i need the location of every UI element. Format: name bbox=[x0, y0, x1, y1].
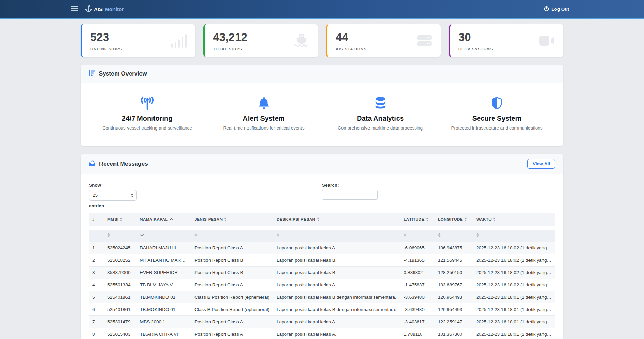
feature-description: Protected infrastructure and communicati… bbox=[445, 125, 548, 131]
stat-value: 43,212 bbox=[213, 31, 247, 44]
cell-jenis-pesan: Position Report Class A bbox=[191, 242, 273, 254]
column-header-longitude[interactable]: LONGITUDE bbox=[434, 213, 473, 228]
sort-icon bbox=[464, 217, 467, 221]
cell-latitude: -4.181365 bbox=[400, 254, 434, 266]
stat-label: TOTAL SHIPS bbox=[213, 47, 247, 51]
chevron-up-icon bbox=[169, 218, 173, 221]
search-input[interactable] bbox=[322, 190, 378, 200]
cell-longitude: 120.954493 bbox=[434, 303, 473, 315]
filter-latitude[interactable] bbox=[400, 228, 434, 242]
envelope-open-icon bbox=[89, 160, 96, 168]
recent-messages-header: Recent Messages View All bbox=[81, 154, 563, 174]
filter-waktu[interactable] bbox=[473, 228, 555, 242]
table-filter-row bbox=[89, 228, 555, 242]
column-label: DESKRIPSI PESAN bbox=[277, 217, 316, 222]
cell-waktu: 2025-12-23 16:18:02 (1 detik yang lalu) bbox=[473, 242, 555, 254]
stat-card-total-ships: 43,212TOTAL SHIPS bbox=[203, 24, 318, 57]
feature-description: Real-time notifications for critical eve… bbox=[212, 125, 315, 131]
column-header-nama-kapal[interactable]: NAMA KAPAL bbox=[136, 213, 191, 228]
column-label: MMSI bbox=[107, 217, 118, 222]
cell-waktu: 2025-12-23 16:18:01 (1 detik yang lalu) bbox=[473, 315, 555, 328]
stat-label: ONLINE SHIPS bbox=[90, 47, 122, 51]
column-label: LATITUDE bbox=[404, 217, 425, 222]
anchor-icon bbox=[85, 5, 92, 13]
show-label: Show bbox=[89, 182, 322, 188]
table-row: 3353379000EVER SUPERIORPosition Report C… bbox=[89, 266, 555, 279]
page-length-select[interactable]: 25 bbox=[89, 190, 137, 201]
cell-waktu: 2025-12-23 16:18:01 (1 detik yang lalu) bbox=[473, 303, 555, 315]
signal-bars-icon bbox=[171, 34, 187, 48]
cell-mmsi: 525301479 bbox=[104, 315, 136, 328]
cell-nama-kapal: MBS 2000 1 bbox=[136, 315, 191, 328]
column-label: NAMA KAPAL bbox=[140, 217, 168, 222]
recent-messages-title: Recent Messages bbox=[99, 161, 148, 167]
cell-index: 6 bbox=[89, 303, 104, 315]
sort-icon bbox=[438, 233, 441, 237]
navbar: AIS Monitor Log Out bbox=[0, 0, 644, 19]
table-row: 5525401861TB.MOKINDO 01Class B Position … bbox=[89, 291, 555, 303]
column-header-mmsi[interactable]: MMSI bbox=[104, 213, 136, 228]
cell-waktu: 2025-12-23 16:18:01 (1 detik yang lalu) bbox=[473, 291, 555, 303]
feature-secure-system: Secure SystemProtected infrastructure an… bbox=[439, 96, 555, 131]
filter-nama-kapal[interactable] bbox=[136, 228, 191, 242]
stats-row: 523ONLINE SHIPS43,212TOTAL SHIPS44AIS ST… bbox=[81, 24, 563, 57]
brand[interactable]: AIS Monitor bbox=[85, 5, 124, 13]
column-label: # bbox=[92, 217, 95, 222]
cell-jenis-pesan: Position Report Class A bbox=[191, 328, 273, 339]
filter-mmsi[interactable] bbox=[104, 228, 136, 242]
cell-latitude: -6.069065 bbox=[400, 242, 434, 254]
stat-text: 523ONLINE SHIPS bbox=[90, 31, 122, 51]
main-content: 523ONLINE SHIPS43,212TOTAL SHIPS44AIS ST… bbox=[81, 24, 563, 339]
navbar-left: AIS Monitor bbox=[70, 4, 124, 14]
sort-icon bbox=[194, 233, 197, 237]
feature-title: Secure System bbox=[445, 114, 548, 122]
system-overview-card: System Overview 24/7 MonitoringContinuou… bbox=[81, 65, 563, 146]
cell-longitude: 122.259147 bbox=[434, 315, 473, 328]
brand-name-secondary: Monitor bbox=[105, 6, 124, 12]
filter-index bbox=[89, 228, 104, 242]
cell-longitude: 120.954493 bbox=[434, 291, 473, 303]
cell-latitude: 1.788110 bbox=[400, 328, 434, 339]
cell-jenis-pesan: Position Report Class B bbox=[191, 266, 273, 279]
power-icon bbox=[544, 6, 549, 12]
video-camera-icon bbox=[539, 35, 555, 47]
feature-description: Comprehensive maritime data processing bbox=[329, 125, 432, 131]
cell-nama-kapal: BAHARI MAJU III bbox=[136, 242, 191, 254]
filter-jenis-pesan[interactable] bbox=[191, 228, 273, 242]
cell-mmsi: 525018252 bbox=[104, 254, 136, 266]
column-header-latitude[interactable]: LATITUDE bbox=[400, 213, 434, 228]
filter-longitude[interactable] bbox=[434, 228, 473, 242]
filter-deskripsi-pesan[interactable] bbox=[273, 228, 400, 242]
cell-mmsi: 525401861 bbox=[104, 291, 136, 303]
cell-waktu: 2025-12-23 16:18:01 (2 detik yang lalu) bbox=[473, 328, 555, 339]
feature-title: 24/7 Monitoring bbox=[96, 114, 199, 122]
stat-label: CCTV SYSTEMS bbox=[458, 47, 493, 51]
feature-description: Continuous vessel tracking and surveilla… bbox=[96, 125, 199, 131]
table-body: 1525024245BAHARI MAJU IIIPosition Report… bbox=[89, 242, 555, 339]
cell-index: 5 bbox=[89, 291, 104, 303]
cell-mmsi: 525015403 bbox=[104, 328, 136, 339]
cell-longitude: 121.559445 bbox=[434, 254, 473, 266]
column-label: WAKTU bbox=[476, 217, 492, 222]
cell-deskripsi-pesan: Laporan posisi kapal kelas B. bbox=[273, 266, 400, 279]
view-all-button[interactable]: View All bbox=[527, 159, 555, 169]
column-header-deskripsi-pesan[interactable]: DESKRIPSI PESAN bbox=[273, 213, 400, 228]
sort-icon bbox=[224, 217, 227, 221]
cell-mmsi: 525501334 bbox=[104, 279, 136, 291]
sort-icon bbox=[426, 217, 429, 221]
column-header-waktu[interactable]: WAKTU bbox=[473, 213, 555, 228]
cell-nama-kapal: MT ATLANTIC MARLIN bbox=[136, 254, 191, 266]
stat-card-online-ships: 523ONLINE SHIPS bbox=[81, 24, 195, 57]
cell-longitude: 128.250150 bbox=[434, 266, 473, 279]
feature-data-analytics: Data AnalyticsComprehensive maritime dat… bbox=[322, 96, 439, 131]
column-header-jenis-pesan[interactable]: JENIS PESAN bbox=[191, 213, 273, 228]
logout-button[interactable]: Log Out bbox=[544, 6, 569, 12]
cell-mmsi: 353379000 bbox=[104, 266, 136, 279]
messages-table: #MMSINAMA KAPALJENIS PESANDESKRIPSI PESA… bbox=[89, 213, 555, 339]
stat-text: 30CCTV SYSTEMS bbox=[458, 31, 493, 51]
cell-jenis-pesan: Class B Position Report (ephemeral) bbox=[191, 291, 273, 303]
menu-toggle-button[interactable] bbox=[70, 4, 79, 14]
features-row: 24/7 MonitoringContinuous vessel trackin… bbox=[81, 83, 563, 146]
table-header-row: #MMSINAMA KAPALJENIS PESANDESKRIPSI PESA… bbox=[89, 213, 555, 228]
cell-index: 2 bbox=[89, 254, 104, 266]
